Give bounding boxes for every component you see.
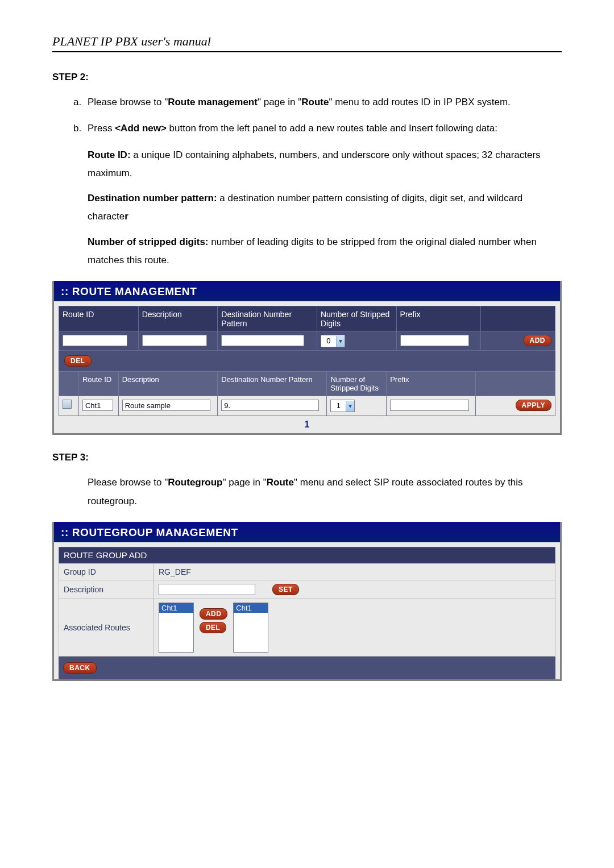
group-id-label: Group ID: [59, 563, 154, 580]
dest-pattern-paragraph: Destination number pattern: a destinatio…: [88, 189, 562, 226]
text: Please browse to ": [88, 477, 168, 488]
stripped-select[interactable]: 0▾: [321, 335, 345, 347]
text: " menu to add routes ID in IP PBX system…: [329, 97, 510, 107]
route-group-add-heading: ROUTE GROUP ADD: [59, 547, 555, 563]
row-route-id-input[interactable]: [82, 400, 114, 411]
routegroup-management-screenshot: :: ROUTEGROUP MANAGEMENT ROUTE GROUP ADD…: [52, 522, 562, 682]
step2-list: Please browse to "Route management" page…: [52, 93, 562, 138]
chevron-down-icon: ▾: [336, 336, 345, 347]
field-text: a unique ID containing alphabets, number…: [88, 149, 541, 178]
data-hdr-description: Description: [118, 372, 218, 396]
routegroup-table: Group ID RG_DEF Description SET Associat…: [59, 563, 555, 657]
hdr-blank: [481, 306, 555, 332]
step2-heading: STEP 2:: [52, 72, 562, 83]
selected-routes-listbox[interactable]: Cht1: [233, 603, 268, 653]
text: button from the left panel to add a new …: [167, 123, 497, 134]
list-item[interactable]: Cht1: [159, 603, 193, 613]
text: " page in ": [223, 477, 267, 488]
available-routes-listbox[interactable]: Cht1: [159, 603, 194, 653]
step3-paragraph: Please browse to "Routegroup" page in "R…: [88, 474, 562, 510]
apply-button[interactable]: APPLY: [516, 400, 551, 411]
text: " page in ": [258, 97, 301, 107]
assoc-add-button[interactable]: ADD: [200, 608, 228, 620]
pager[interactable]: 1: [59, 416, 555, 433]
del-bar: DEL: [59, 351, 555, 371]
text: Press: [88, 123, 115, 134]
add-route-header-table: Route ID Description Destination Number …: [59, 306, 555, 351]
step2-item-b: Press <Add new> button from the left pan…: [84, 119, 562, 138]
bold: Route: [267, 477, 294, 488]
data-hdr-stripped: Number of Stripped Digits: [327, 372, 387, 396]
row-dest-input[interactable]: [221, 400, 319, 411]
row-checkbox[interactable]: [63, 400, 72, 409]
assoc-routes-label: Associated Routes: [59, 599, 154, 657]
back-button[interactable]: BACK: [63, 662, 97, 674]
data-hdr-prefix: Prefix: [387, 372, 476, 396]
back-row: BACK: [59, 657, 555, 679]
set-button[interactable]: SET: [272, 584, 299, 595]
routegroup-description-input[interactable]: [159, 584, 255, 595]
bold: <Add new>: [115, 123, 167, 134]
chevron-down-icon: ▾: [346, 401, 354, 412]
step3-heading: STEP 3:: [52, 452, 562, 463]
field-label: Destination number pattern:: [88, 193, 217, 203]
prefix-input[interactable]: [400, 335, 470, 346]
field-label: Route ID:: [88, 149, 131, 160]
row-description-input[interactable]: [122, 400, 210, 411]
dest-input[interactable]: [221, 335, 304, 346]
routes-data-table: Route ID Description Destination Number …: [59, 371, 555, 416]
route-id-input[interactable]: [63, 335, 127, 346]
row-prefix-input[interactable]: [390, 400, 468, 411]
row-stripped-value: 1: [331, 400, 346, 411]
text: Please browse to ": [88, 97, 168, 107]
data-hdr-dest: Destination Number Pattern: [218, 372, 327, 396]
assoc-del-button[interactable]: DEL: [200, 622, 227, 633]
stripped-select-value: 0: [321, 335, 336, 346]
bold: Route management: [168, 97, 258, 107]
data-hdr-blank: [476, 372, 555, 396]
route-management-title: :: ROUTE MANAGEMENT: [54, 281, 560, 301]
group-id-value: RG_DEF: [154, 563, 555, 580]
bold: r: [125, 211, 128, 222]
list-item[interactable]: Cht1: [234, 603, 268, 613]
description-input[interactable]: [142, 335, 207, 346]
routegroup-management-title: :: ROUTEGROUP MANAGEMENT: [54, 522, 560, 542]
route-id-paragraph: Route ID: a unique ID containing alphabe…: [88, 146, 562, 183]
hdr-prefix: Prefix: [396, 306, 480, 332]
hdr-stripped: Number of Stripped Digits: [317, 306, 396, 332]
data-hdr-checkbox: [59, 372, 79, 396]
add-button[interactable]: ADD: [524, 335, 552, 346]
table-row: 1▾ APPLY: [59, 396, 555, 416]
del-button[interactable]: DEL: [64, 355, 92, 367]
hdr-route-id: Route ID: [59, 306, 139, 332]
data-hdr-route-id: Route ID: [78, 372, 118, 396]
field-label: Number of stripped digits:: [88, 236, 209, 247]
bold: Route: [301, 97, 329, 107]
step2-item-a: Please browse to "Route management" page…: [84, 93, 562, 111]
document-title: PLANET IP PBX user's manual: [52, 34, 562, 52]
hdr-dest: Destination Number Pattern: [218, 306, 317, 332]
description-label: Description: [59, 580, 154, 599]
hdr-description: Description: [138, 306, 218, 332]
row-stripped-select[interactable]: 1▾: [330, 400, 355, 412]
bold: Routegroup: [168, 477, 222, 488]
route-management-screenshot: :: ROUTE MANAGEMENT Route ID Description…: [52, 281, 562, 435]
stripped-digits-paragraph: Number of stripped digits: number of lea…: [88, 233, 562, 270]
